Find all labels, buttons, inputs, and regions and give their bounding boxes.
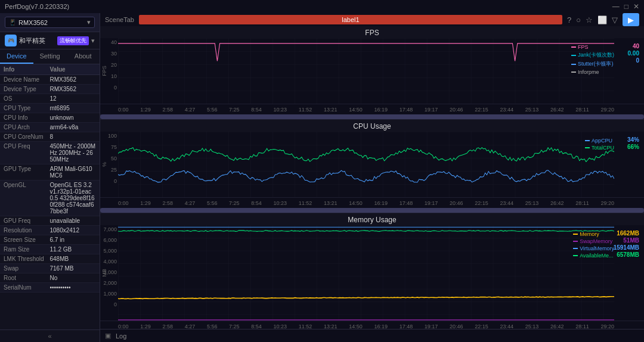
info-label: CPU Arch bbox=[4, 124, 50, 130]
info-value: 11.2 GB bbox=[50, 246, 97, 253]
x-label: 13:21 bbox=[324, 107, 338, 113]
x-label: 2:58 bbox=[162, 107, 173, 113]
x-label: 16:19 bbox=[374, 107, 388, 113]
info-value: ARM Mali-G610 MC6 bbox=[50, 166, 97, 179]
info-row: CPU Freq450MHz - 2000MHz 200MHz - 2650MH… bbox=[0, 142, 100, 164]
x-label: 26:42 bbox=[550, 324, 564, 329]
legend-label: SwapMemory bbox=[580, 238, 612, 244]
x-label: 8:54 bbox=[251, 107, 262, 113]
legend-item: SwapMemory bbox=[573, 238, 614, 244]
chart-title: CPU Usage bbox=[100, 120, 644, 132]
scrollbar-thumb[interactable] bbox=[100, 114, 644, 119]
chart-title: FPS bbox=[100, 26, 644, 38]
legend-item: FPS bbox=[571, 44, 614, 50]
info-row: GPU TypeARM Mali-G610 MC6 bbox=[0, 164, 100, 181]
x-label: 13:21 bbox=[324, 200, 338, 206]
bottom-record-icon[interactable]: ▣ bbox=[105, 332, 111, 340]
scrollbar-thumb[interactable] bbox=[100, 208, 644, 213]
info-value: 648MB bbox=[50, 256, 97, 262]
x-label: 29:20 bbox=[600, 324, 614, 329]
app-icon: 🎮 bbox=[5, 35, 17, 46]
info-table-header: Info Value bbox=[0, 64, 100, 75]
y-label: 20 bbox=[111, 62, 117, 68]
scene-tab-label: SceneTab bbox=[105, 16, 134, 23]
y-label: 75 bbox=[111, 144, 117, 150]
play-button[interactable]: ▶ bbox=[623, 13, 639, 26]
x-label: 11:52 bbox=[299, 324, 312, 329]
chevron-icon[interactable]: ▽ bbox=[612, 15, 618, 24]
right-value: 51MB bbox=[623, 237, 639, 244]
app-selector[interactable]: 🎮 和平精英 流畅帧优先 ▾ bbox=[0, 32, 100, 49]
collapse-button[interactable]: « bbox=[0, 329, 100, 342]
close-btn[interactable]: ✕ bbox=[633, 2, 639, 11]
log-label[interactable]: Log bbox=[116, 332, 126, 340]
x-labels: 0:001:292:584:275:567:258:5410:2311:5213… bbox=[118, 107, 644, 113]
scrollbar-track[interactable] bbox=[100, 208, 644, 213]
y-label: 2,000 bbox=[103, 280, 117, 286]
window-controls[interactable]: — □ ✕ bbox=[612, 2, 639, 11]
device-name: RMX3562 bbox=[18, 19, 48, 26]
x-label: 0:00 bbox=[118, 324, 129, 329]
x-label: 14:50 bbox=[349, 107, 363, 113]
info-value: RMX3562 bbox=[50, 86, 97, 92]
app-name: 和平精英 bbox=[19, 36, 55, 45]
y-label: 0 bbox=[114, 178, 117, 184]
info-row: CPU CoreNum8 bbox=[0, 132, 100, 142]
info-row: OpenGLOpenGL ES 3.2 v1.r32p1-01eac0.5 43… bbox=[0, 181, 100, 216]
legend-item: TotalCPU bbox=[585, 145, 614, 151]
x-label: 29:20 bbox=[600, 107, 614, 113]
legend-label: VirtualMemory bbox=[580, 245, 614, 251]
info-value: unavailable bbox=[50, 217, 97, 224]
right-value: 66% bbox=[627, 144, 639, 150]
tab-device[interactable]: Device bbox=[0, 49, 33, 64]
scrollbar-track[interactable] bbox=[100, 114, 644, 119]
right-value: 6578MB bbox=[617, 251, 639, 258]
device-dropdown-arrow: ▾ bbox=[87, 18, 91, 26]
x-label: 20:46 bbox=[450, 200, 463, 206]
scene-label-input[interactable] bbox=[139, 15, 562, 24]
y-label: 4,000 bbox=[103, 259, 117, 265]
info-value: 7167 MB bbox=[50, 265, 97, 272]
device-name-box[interactable]: 📱 RMX3562 ▾ bbox=[5, 17, 95, 28]
help-icon[interactable]: ? bbox=[567, 15, 571, 24]
legend-item: Stutter(卡顿率) bbox=[571, 60, 614, 68]
circle-icon[interactable]: ○ bbox=[576, 15, 581, 24]
legend-label: TotalCPU bbox=[592, 145, 614, 151]
x-label: 22:15 bbox=[475, 324, 488, 329]
maximize-btn[interactable]: □ bbox=[624, 2, 628, 11]
tab-about[interactable]: About bbox=[66, 49, 100, 64]
device-selector[interactable]: 📱 RMX3562 ▾ bbox=[0, 13, 100, 32]
chart-area: MB7,0006,0005,0004,0003,0002,0001,0000 1… bbox=[100, 225, 644, 321]
info-value: 8 bbox=[50, 133, 97, 140]
info-row: SerialNum•••••••••• bbox=[0, 283, 100, 293]
x-label: 25:13 bbox=[525, 200, 539, 206]
minimize-btn[interactable]: — bbox=[612, 2, 620, 11]
x-label: 13:21 bbox=[324, 324, 338, 329]
col-value: Value bbox=[50, 66, 97, 73]
square-icon[interactable]: ⬜ bbox=[597, 15, 607, 24]
right-value: 1662MB bbox=[617, 230, 639, 237]
star-icon[interactable]: ☆ bbox=[586, 15, 593, 24]
x-axis: 0:001:292:584:275:567:258:5410:2311:5213… bbox=[100, 321, 644, 329]
scene-actions: ? ○ ☆ ⬜ ▽ ▶ bbox=[567, 13, 639, 26]
chart-area: %1007550250 34%66%AppCPUTotalCPU bbox=[100, 132, 644, 197]
x-label: 16:19 bbox=[374, 324, 388, 329]
chart-svg-wrapper bbox=[118, 132, 614, 197]
y-label: 5,000 bbox=[103, 248, 117, 254]
info-value: OpenGL ES 3.2 v1.r32p1-01eac0.5 4329dee8… bbox=[50, 182, 97, 214]
x-label: 8:54 bbox=[251, 324, 262, 329]
svg-rect-2 bbox=[118, 225, 614, 321]
tab-setting[interactable]: Setting bbox=[33, 49, 67, 64]
device-icon: 📱 bbox=[9, 19, 16, 26]
x-label: 5:56 bbox=[207, 200, 218, 206]
info-row: LMK Threshold648MB bbox=[0, 254, 100, 264]
info-value: mt6895 bbox=[50, 105, 97, 111]
x-label: 26:42 bbox=[550, 200, 564, 206]
legend-item: AppCPU bbox=[585, 138, 614, 144]
x-label: 19:17 bbox=[425, 107, 438, 113]
x-label: 20:46 bbox=[450, 107, 463, 113]
legend-label: Inforpme bbox=[578, 69, 599, 75]
info-row: Device NameRMX3562 bbox=[0, 75, 100, 85]
info-label: SerialNum bbox=[4, 284, 50, 291]
right-value: 15914MB bbox=[614, 244, 639, 251]
